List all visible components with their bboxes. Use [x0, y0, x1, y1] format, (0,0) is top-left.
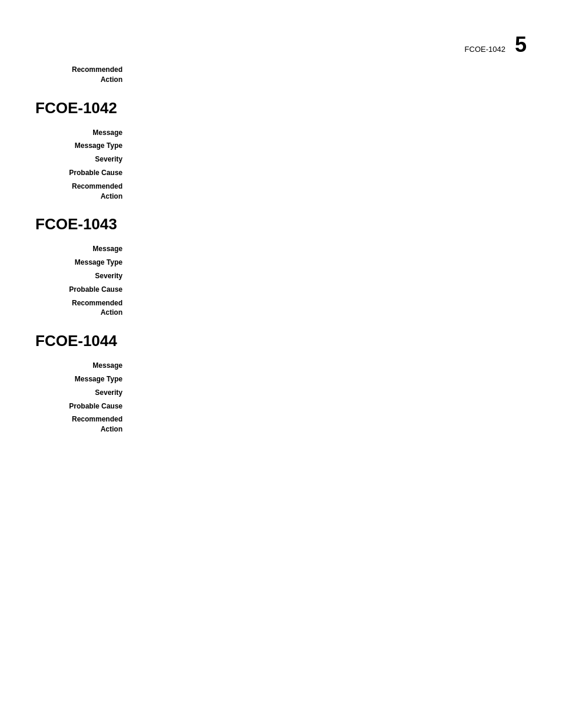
fcoe1042-probablecause-label: Probable Cause	[35, 168, 130, 178]
fcoe1042-recommendedaction-label: RecommendedAction	[35, 182, 130, 202]
fcoe1044-severity-row: Severity	[35, 388, 542, 398]
prev-section-tail: RecommendedAction	[35, 65, 542, 85]
fcoe1044-message-row: Message	[35, 361, 542, 371]
main-content: RecommendedAction FCOE-1042 Message Mess…	[35, 65, 542, 440]
fcoe1042-severity-label: Severity	[35, 154, 130, 164]
fcoe1042-severity-value	[130, 154, 542, 164]
prev-recommended-action-label: RecommendedAction	[35, 65, 130, 85]
section-title-fcoe-1044: FCOE-1044	[35, 332, 542, 350]
prev-recommended-action-row: RecommendedAction	[35, 65, 542, 85]
fcoe1042-messagetype-label: Message Type	[35, 141, 130, 151]
fcoe1042-recommendedaction-row: RecommendedAction	[35, 182, 542, 202]
fcoe1043-messagetype-row: Message Type	[35, 258, 542, 268]
section-fcoe-1044: FCOE-1044 Message Message Type Severity …	[35, 332, 542, 434]
header-page-number: 5	[515, 32, 527, 57]
fcoe1044-probablecause-row: Probable Cause	[35, 401, 542, 411]
fcoe1043-messagetype-label: Message Type	[35, 258, 130, 268]
fcoe1044-severity-value	[130, 388, 542, 398]
fcoe1043-probablecause-row: Probable Cause	[35, 285, 542, 295]
fcoe1044-probablecause-value	[130, 401, 542, 411]
fcoe1042-message-row: Message	[35, 128, 542, 138]
fcoe1043-severity-value	[130, 271, 542, 281]
fcoe1044-message-label: Message	[35, 361, 130, 371]
fcoe1042-messagetype-row: Message Type	[35, 141, 542, 151]
fcoe1044-messagetype-label: Message Type	[35, 374, 130, 384]
fcoe1044-recommendedaction-value	[130, 414, 542, 434]
fcoe1042-message-value	[130, 128, 542, 138]
fcoe1042-severity-row: Severity	[35, 154, 542, 164]
fcoe1044-severity-label: Severity	[35, 388, 130, 398]
fcoe1043-recommendedaction-label: RecommendedAction	[35, 298, 130, 318]
fcoe1043-recommendedaction-value	[130, 298, 542, 318]
fcoe1042-probablecause-value	[130, 168, 542, 178]
fcoe1042-recommendedaction-value	[130, 182, 542, 202]
fcoe1043-message-value	[130, 244, 542, 254]
section-title-fcoe-1042: FCOE-1042	[35, 99, 542, 117]
fcoe1044-recommendedaction-row: RecommendedAction	[35, 414, 542, 434]
fcoe1042-probablecause-row: Probable Cause	[35, 168, 542, 178]
section-title-fcoe-1043: FCOE-1043	[35, 215, 542, 233]
section-fcoe-1042: FCOE-1042 Message Message Type Severity …	[35, 99, 542, 202]
fcoe1044-recommendedaction-label: RecommendedAction	[35, 414, 130, 434]
fcoe1043-probablecause-value	[130, 285, 542, 295]
prev-recommended-action-value	[130, 65, 542, 85]
section-fcoe-1043: FCOE-1043 Message Message Type Severity …	[35, 215, 542, 318]
page-header: FCOE-1042 5	[465, 32, 527, 57]
fcoe1043-probablecause-label: Probable Cause	[35, 285, 130, 295]
fcoe1044-probablecause-label: Probable Cause	[35, 401, 130, 411]
fcoe1043-recommendedaction-row: RecommendedAction	[35, 298, 542, 318]
fcoe1042-messagetype-value	[130, 141, 542, 151]
fcoe1042-message-label: Message	[35, 128, 130, 138]
fcoe1043-message-row: Message	[35, 244, 542, 254]
fcoe1043-message-label: Message	[35, 244, 130, 254]
fcoe1043-severity-label: Severity	[35, 271, 130, 281]
fcoe1044-messagetype-value	[130, 374, 542, 384]
fcoe1043-messagetype-value	[130, 258, 542, 268]
header-code: FCOE-1042	[465, 45, 505, 54]
fcoe1043-severity-row: Severity	[35, 271, 542, 281]
fcoe1044-messagetype-row: Message Type	[35, 374, 542, 384]
fcoe1044-message-value	[130, 361, 542, 371]
